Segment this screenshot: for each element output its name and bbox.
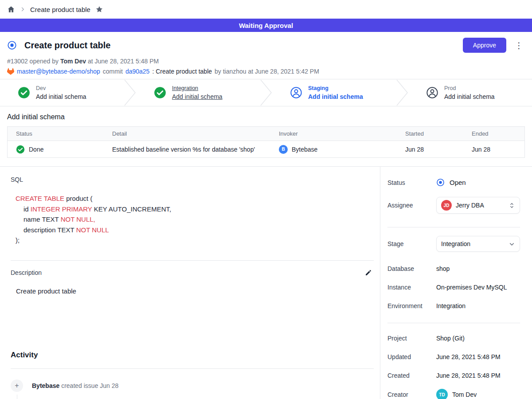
- task-table: Status Detail Invoker Started Ended Done…: [7, 126, 525, 158]
- check-circle-icon: [18, 86, 30, 99]
- environment-label: Environment: [387, 302, 436, 309]
- issue-meta: #13002 opened by Tom Dev at June 28, 202…: [7, 58, 525, 65]
- database-label: Database: [387, 265, 436, 272]
- updated-label: Updated: [387, 353, 436, 360]
- sql-label: SQL: [11, 176, 374, 183]
- vcs-commit-message: : Create product table: [152, 68, 212, 75]
- divider: [387, 323, 520, 323]
- chevron-right-icon: [20, 7, 25, 12]
- pipeline-stage-bar: Dev Add initial schema Integration Add i…: [0, 79, 532, 106]
- task-section-title: Add initial schema: [7, 113, 525, 121]
- stage-task-label: Add initial schema: [36, 93, 86, 101]
- description-text: Create product table: [11, 287, 374, 295]
- home-icon[interactable]: [7, 5, 15, 13]
- issue-open-icon: [7, 40, 17, 50]
- stage-env-label: Dev: [36, 85, 86, 92]
- column-header-invoker: Invoker: [270, 130, 397, 137]
- task-section: Add initial schema Status Detail Invoker…: [0, 106, 532, 167]
- task-ended-cell: Jun 28: [463, 146, 524, 153]
- stage-value: Integration: [441, 240, 470, 247]
- vcs-commit-word: commit: [103, 68, 123, 75]
- vcs-commit-line: master@bytebase-demo/shop commit da90a25…: [7, 68, 525, 75]
- database-value: shop: [436, 265, 520, 272]
- stage-staging[interactable]: Staging Add initial schema: [272, 79, 396, 106]
- sql-statement: CREATE TABLE product ( id INTEGER PRIMAR…: [11, 193, 374, 246]
- assignee-select[interactable]: JD Jerry DBA: [436, 197, 520, 214]
- task-invoker-cell: B Bytebase: [270, 145, 397, 154]
- stage-select[interactable]: Integration: [436, 236, 520, 252]
- issue-detail-pane: SQL CREATE TABLE product ( id INTEGER PR…: [0, 167, 380, 399]
- stage-separator: [396, 79, 408, 106]
- bytebase-avatar: B: [279, 145, 288, 154]
- stage-env-label: Staging: [308, 85, 363, 92]
- star-icon[interactable]: [95, 5, 103, 13]
- project-value: Shop (Git): [436, 335, 520, 342]
- assignee-label: Assignee: [387, 202, 436, 209]
- issue-sidebar: Status Open Assignee JD Jerry DBA: [380, 167, 532, 399]
- column-header-status: Status: [8, 130, 104, 137]
- instance-label: Instance: [387, 284, 436, 291]
- approve-button[interactable]: Approve: [463, 38, 506, 53]
- bytebase-issue-page: Create product table Waiting Approval Cr…: [0, 0, 532, 399]
- status-banner: Waiting Approval: [0, 19, 532, 32]
- creator-label: Creator: [387, 391, 436, 398]
- updated-value: June 28, 2021 5:48 PM: [436, 353, 520, 360]
- gitlab-icon: [7, 68, 14, 75]
- stage-task-label: Add initial schema: [308, 93, 363, 101]
- activity-action: created issue: [61, 382, 98, 389]
- activity-date: Jun 28: [100, 382, 118, 389]
- issue-author: Tom Dev: [60, 58, 86, 65]
- description-label: Description: [11, 269, 42, 276]
- status-value: Open: [450, 179, 466, 186]
- issue-open-icon: [436, 178, 445, 187]
- stage-prod[interactable]: Prod Add initial schema: [408, 79, 532, 106]
- breadcrumb-title[interactable]: Create product table: [30, 6, 90, 13]
- stage-separator: [124, 79, 136, 106]
- vcs-commit-hash-link[interactable]: da90a25: [125, 68, 150, 75]
- task-status-text: Done: [29, 146, 43, 153]
- stage-dev[interactable]: Dev Add initial schema: [0, 79, 124, 106]
- timeline-connector: [17, 395, 17, 399]
- assignee-value: Jerry DBA: [456, 202, 484, 209]
- task-started-cell: Jun 28: [397, 146, 463, 153]
- user-circle-icon: [290, 86, 302, 99]
- chevron-down-icon: [509, 241, 515, 247]
- stage-task-label: Add initial schema: [172, 93, 223, 101]
- breadcrumb: Create product table: [0, 0, 532, 19]
- vcs-branch-link[interactable]: master@bytebase-demo/shop: [17, 68, 100, 75]
- instance-value: On-premises Dev MySQL: [436, 284, 520, 291]
- creator-avatar: TD: [436, 389, 448, 399]
- task-invoker-text: Bytebase: [292, 146, 317, 153]
- stage-task-label: Add initial schema: [444, 93, 495, 101]
- task-table-header: Status Detail Invoker Started Ended: [8, 127, 524, 141]
- status-label: Status: [387, 179, 436, 186]
- created-value: June 28, 2021 5:48 PM: [436, 372, 520, 379]
- created-label: Created: [387, 372, 436, 379]
- check-circle-icon: [154, 86, 166, 99]
- activity-entry: + Bytebase created issue Jun 28: [11, 379, 374, 392]
- plus-icon[interactable]: +: [11, 379, 23, 392]
- issue-id-text: #13002 opened by: [7, 58, 59, 65]
- divider: [387, 227, 520, 227]
- issue-opened-time: at June 28, 2021 5:48 PM: [88, 58, 159, 65]
- stage-env-label: Prod: [444, 85, 495, 92]
- divider: [11, 368, 374, 369]
- column-header-ended: Ended: [463, 130, 524, 137]
- task-status-cell: Done: [8, 145, 104, 154]
- stage-label: Stage: [387, 240, 436, 247]
- activity-heading: Activity: [11, 351, 374, 360]
- assignee-avatar: JD: [441, 200, 452, 211]
- environment-value: Integration: [436, 302, 520, 309]
- edit-pencil-icon[interactable]: [365, 269, 372, 276]
- column-header-detail: Detail: [104, 130, 270, 137]
- stage-integration[interactable]: Integration Add initial schema: [136, 79, 260, 106]
- stage-separator: [260, 79, 272, 106]
- project-label: Project: [387, 335, 436, 342]
- chevron-updown-icon: [509, 202, 515, 209]
- column-header-started: Started: [397, 130, 463, 137]
- page-title: Create product table: [24, 40, 110, 51]
- user-circle-icon: [426, 86, 438, 99]
- kebab-menu-icon[interactable]: ⋮: [513, 41, 525, 50]
- activity-actor: Bytebase: [32, 382, 59, 389]
- table-row[interactable]: Done Established baseline version %s for…: [8, 141, 524, 157]
